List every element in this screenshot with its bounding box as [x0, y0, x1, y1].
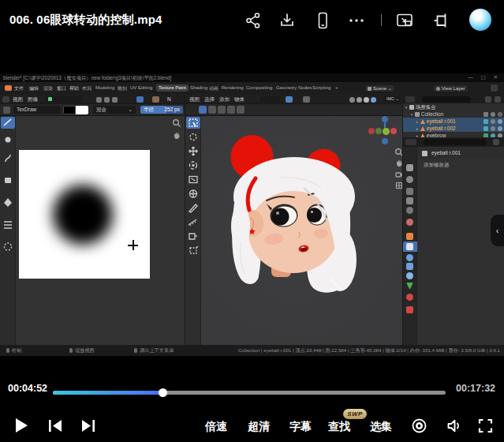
next-button[interactable]	[81, 420, 95, 432]
progress-row: 00:04:52 00:17:32	[0, 379, 504, 403]
view-layer-icon	[436, 87, 440, 91]
paint-cursor-crosshair	[128, 240, 138, 250]
player-topbar: 006. 06眼球转动的控制.mp4	[0, 0, 504, 39]
clone-tool-icon	[1, 174, 15, 186]
more-options-icon[interactable]	[347, 11, 366, 30]
brush-tool-icon	[1, 117, 15, 129]
controls-row: 倍速 超清 字幕 查找 SWP 选集	[0, 410, 504, 442]
user-avatar[interactable]	[469, 9, 491, 31]
painted-eyeball-texture	[53, 185, 113, 245]
subtitles-button[interactable]: 字幕	[289, 420, 312, 434]
blender-statusbar: 绘制 缩放视图 调出上下文菜单 Collection | eyeball r.0…	[0, 345, 504, 356]
volume-icon[interactable]	[446, 418, 462, 434]
active-workspace-tab: Texture Paint	[156, 84, 189, 92]
window-controls: — ▢ ✕	[468, 73, 501, 82]
gizmo-y-pos	[383, 128, 390, 135]
video-display-area[interactable]: blender* [C:\课学\2020913（魔女项目）new folder\…	[0, 39, 504, 379]
viewport-grid-icon	[394, 181, 402, 190]
video-title: 006. 06眼球转动的控制.mp4	[9, 13, 162, 28]
view-layer-selector: View Layer	[433, 84, 469, 92]
paint-toolbar	[0, 116, 16, 345]
smear-tool-icon	[1, 152, 15, 164]
topbar-divider	[381, 14, 382, 26]
download-icon[interactable]	[278, 11, 297, 30]
gizmo-z-axis	[382, 116, 388, 122]
speed-button[interactable]: 倍速	[205, 420, 227, 434]
outliner-item-eyeball1: ▸ eyeball r.001	[403, 118, 504, 125]
viewport-zoom-icon	[394, 148, 402, 157]
right-panel: ▾ 场景集合 ▾ Collection ▸ eyeball r.001 ▸ ey…	[402, 95, 504, 345]
current-time: 00:04:52	[8, 383, 47, 394]
side-panel-tab[interactable]: ‹	[491, 215, 504, 246]
record-target-icon[interactable]	[412, 418, 427, 433]
gizmo-x-neg	[368, 128, 375, 134]
picture-in-picture-icon[interactable]	[395, 11, 414, 30]
swp-badge: SWP	[343, 409, 367, 419]
image-datablock	[46, 96, 82, 103]
outliner-item-eyeball2: ▸ eyeball r.002	[403, 125, 504, 132]
chevron-left-icon: ‹	[496, 226, 499, 235]
gizmo-y-axis	[375, 128, 382, 134]
outliner-header	[403, 95, 504, 103]
properties-tab-column	[403, 147, 417, 345]
search-button[interactable]: 查找	[328, 420, 350, 434]
zoom-overlay-icon	[172, 118, 181, 128]
soften-tool-icon	[1, 133, 15, 145]
gizmo-x-pos	[390, 128, 397, 134]
texture-paint-canvas	[19, 150, 150, 279]
blender-app-screenshot: blender* [C:\课学\2020913（魔女项目）new folder\…	[0, 73, 504, 356]
properties-body: 添加修改器	[417, 159, 504, 345]
play-button[interactable]	[15, 418, 28, 433]
progress-fill	[53, 391, 163, 395]
fullscreen-icon[interactable]	[478, 418, 493, 433]
viewport-camera-icon	[394, 170, 402, 179]
outliner-scene-collection: ▾ 场景集合	[403, 103, 504, 110]
blender-titlebar: blender* [C:\课学\2020913（魔女项目）new folder\…	[0, 73, 504, 82]
image-editor-panel	[0, 116, 185, 345]
viewport-3d-panel	[185, 116, 402, 345]
character-illustration	[185, 116, 402, 345]
quality-button[interactable]: 超清	[248, 420, 270, 434]
gradient-tool-icon	[1, 219, 15, 230]
outliner-collection: ▾ Collection	[403, 110, 504, 118]
total-time: 00:17:32	[456, 383, 495, 394]
pan-hand-overlay-icon	[172, 131, 181, 140]
mobile-device-icon[interactable]	[313, 11, 332, 30]
gizmo-z-neg	[382, 138, 388, 144]
fill-tool-icon	[1, 197, 15, 208]
progress-handle[interactable]	[159, 388, 167, 397]
blender-logo-icon	[5, 85, 12, 91]
properties-header	[403, 137, 504, 147]
mask-tool-icon	[1, 241, 15, 253]
playlist-button[interactable]: 选集	[370, 420, 392, 434]
progress-bar[interactable]	[53, 391, 446, 395]
scene-selector: Scene ⌄	[364, 84, 395, 92]
properties-breadcrumb: eyeball r.001	[417, 147, 504, 159]
previous-button[interactable]	[49, 420, 62, 432]
share-icon[interactable]	[244, 11, 263, 30]
blender-menubar: 文件 编辑 渲染 窗口 帮助 布局 Modeling 雕刻 UV Editing…	[0, 82, 504, 95]
video-player-window: 006. 06眼球转动的控制.mp4	[0, 0, 504, 442]
scene-icon	[368, 87, 371, 91]
dock-window-icon[interactable]	[431, 11, 450, 30]
viewport-pan-icon	[394, 159, 402, 168]
